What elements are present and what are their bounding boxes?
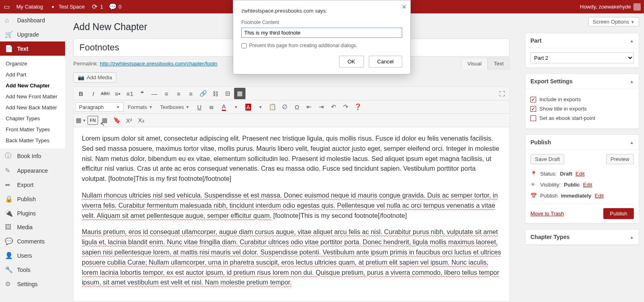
dialog-close-button[interactable]: × [402, 3, 406, 11]
hr-button[interactable]: — [149, 88, 160, 99]
sidebar-item-settings[interactable]: ⚙Settings [0, 277, 65, 291]
strikethrough-button[interactable]: ABC [100, 88, 111, 99]
tab-text[interactable]: Text [488, 58, 510, 70]
account-link[interactable]: Howdy, zoewakehyde [580, 3, 641, 11]
part-box-header[interactable]: Part▲ [526, 33, 639, 48]
ebook-start-checkbox[interactable] [530, 115, 536, 121]
grid-button[interactable]: ▦ [99, 115, 110, 126]
sidebar-sub-chapter-types[interactable]: Chapter Types [0, 113, 65, 124]
special-char-button[interactable]: Ω [291, 101, 303, 113]
screen-options-button[interactable]: Screen Options ▼ [588, 17, 639, 26]
dialog-cancel-button[interactable]: Cancel [369, 56, 402, 67]
part-box: Part▲ Part 2 [525, 33, 639, 68]
prevent-dialogs-checkbox[interactable] [241, 43, 247, 48]
camera-icon: 📷 [78, 74, 84, 80]
edit-visibility-link[interactable]: Edit [583, 182, 592, 188]
save-draft-button[interactable]: Save Draft [530, 154, 564, 164]
number-list-button[interactable]: ≡1 [124, 88, 136, 99]
sidebar-sub-add-new-front-matter[interactable]: Add New Front Matter [0, 91, 65, 102]
text-color-picker[interactable]: ▼ [230, 101, 242, 113]
sidebar-sub-add-new-back-matter[interactable]: Add New Back Matter [0, 102, 65, 113]
readmore-button[interactable]: ⊟ [222, 88, 233, 99]
catalog-link[interactable]: My Catalog [16, 4, 43, 10]
add-media-button[interactable]: 📷Add Media [73, 72, 116, 83]
menu-icon: 👤 [5, 252, 13, 259]
clear-formatting-button[interactable]: ∅ [279, 101, 291, 113]
unlink-button[interactable]: ⛓ [210, 88, 221, 99]
paste-button[interactable]: 📋 [267, 101, 278, 113]
sidebar-item-export[interactable]: ➦Export [0, 178, 65, 192]
superscript-button[interactable]: X² [123, 115, 135, 126]
sidebar-item-text[interactable]: 📄Text [0, 41, 65, 56]
chapter-types-header[interactable]: Chapter Types▲ [526, 230, 639, 245]
bold-button[interactable]: B [75, 88, 87, 99]
show-title-checkbox[interactable] [530, 106, 536, 112]
dialog-ok-button[interactable]: OK [339, 56, 364, 67]
export-box-header[interactable]: Export Settings▲ [526, 74, 639, 89]
dialog-label: Footnote Content [241, 20, 402, 25]
paragraph-dropdown[interactable]: Paragraph▼ [75, 102, 124, 112]
permalink-url[interactable]: http://zwhtestspace.pressbooks.com/chapt… [100, 61, 217, 67]
justify-button[interactable]: ≣ [206, 101, 217, 113]
blockquote-button[interactable]: ❝ [136, 88, 148, 99]
bg-color-button[interactable]: A [243, 101, 254, 113]
toolbar-toggle-button[interactable]: ▦ [234, 88, 245, 99]
footnote-content-input[interactable] [241, 28, 402, 38]
align-right-button[interactable]: ≡ [185, 88, 197, 99]
preview-button[interactable]: Preview [606, 154, 634, 164]
sidebar-sub-add-new-chapter[interactable]: Add New Chapter [0, 80, 65, 91]
sidebar-item-upgrade[interactable]: 🛒Upgrade [0, 27, 65, 41]
table-button[interactable]: ▦▼ [75, 115, 87, 126]
bg-color-picker[interactable]: ▼ [255, 101, 266, 113]
sidebar-sub-back-matter-types[interactable]: Back Matter Types [0, 135, 65, 146]
include-exports-checkbox[interactable] [530, 97, 536, 102]
redo-button[interactable]: ↷ [340, 101, 352, 113]
updates-link[interactable]: ⟳1 [91, 4, 103, 10]
site-link[interactable]: ▪Test Space [50, 4, 85, 10]
sidebar-item-publish[interactable]: 🔒Publish [0, 192, 65, 206]
help-button[interactable]: ❓ [353, 101, 364, 113]
edit-status-link[interactable]: Edit [576, 171, 585, 177]
textboxes-dropdown[interactable]: Textboxes▼ [157, 101, 193, 113]
sidebar-sub-add-part[interactable]: Add Part [0, 69, 65, 80]
sidebar-sub-front-matter-types[interactable]: Front Matter Types [0, 124, 65, 135]
sidebar-item-plugins[interactable]: 🔌Plugins [0, 206, 65, 220]
outdent-button[interactable]: ⇤ [304, 101, 315, 113]
bookmark-button[interactable]: 🔖 [111, 115, 123, 126]
sidebar-sub-organize[interactable]: Organize [0, 58, 65, 69]
indent-button[interactable]: ⇥ [316, 101, 327, 113]
align-center-button[interactable]: ≡ [173, 88, 184, 99]
wp-menu[interactable]: ▭ [3, 4, 10, 10]
sidebar-item-appearance[interactable]: ✎Appearance [0, 163, 65, 178]
link-button[interactable]: 🔗 [197, 88, 209, 99]
move-to-trash-link[interactable]: Move to Trash [530, 211, 564, 217]
align-left-button[interactable]: ≡ [161, 88, 172, 99]
sidebar-item-tools[interactable]: 🔧Tools [0, 263, 65, 277]
sidebar-item-comments[interactable]: 💬Comments [0, 234, 65, 248]
formats-dropdown[interactable]: Formats▼ [125, 101, 156, 113]
part-select[interactable]: Part 2 [530, 52, 634, 63]
comments-link[interactable]: 💬0 [110, 4, 121, 10]
italic-button[interactable]: I [88, 88, 99, 99]
sidebar-item-dashboard[interactable]: ⌂Dashboard [0, 13, 65, 27]
footnote-button[interactable]: FN [88, 116, 98, 125]
sidebar-item-users[interactable]: 👤Users [0, 248, 65, 263]
sidebar-item-book-info[interactable]: ⓘBook Info [0, 148, 65, 163]
edit-schedule-link[interactable]: Edit [595, 193, 604, 199]
right-column: Screen Options ▼ Part▲ Part 2 Export Set… [525, 17, 639, 245]
publish-button[interactable]: Publish [603, 208, 634, 219]
menu-icon: 📄 [5, 45, 13, 52]
publish-box-header[interactable]: Publish▲ [526, 135, 639, 150]
sidebar-item-media[interactable]: 🖼Media [0, 220, 65, 234]
bullet-list-button[interactable]: ≡• [112, 88, 123, 99]
text-color-button[interactable]: A [218, 101, 230, 113]
editor-body[interactable]: Lorem ipsum dolor sit amet, consectetur … [74, 127, 509, 301]
tab-visual[interactable]: Visual [461, 58, 488, 70]
underline-button[interactable]: U [194, 101, 205, 113]
toolbar-row-3: ▦▼ FN ▦ 🔖 X² X₂ [74, 114, 509, 127]
menu-icon: 💬 [5, 237, 13, 245]
subscript-button[interactable]: X₂ [136, 115, 147, 126]
fullscreen-button[interactable]: ⛶ [496, 88, 508, 99]
toolbar-row-2: Paragraph▼ Formats▼ Textboxes▼ U ≣ A ▼ A… [74, 100, 509, 114]
undo-button[interactable]: ↶ [328, 101, 340, 113]
